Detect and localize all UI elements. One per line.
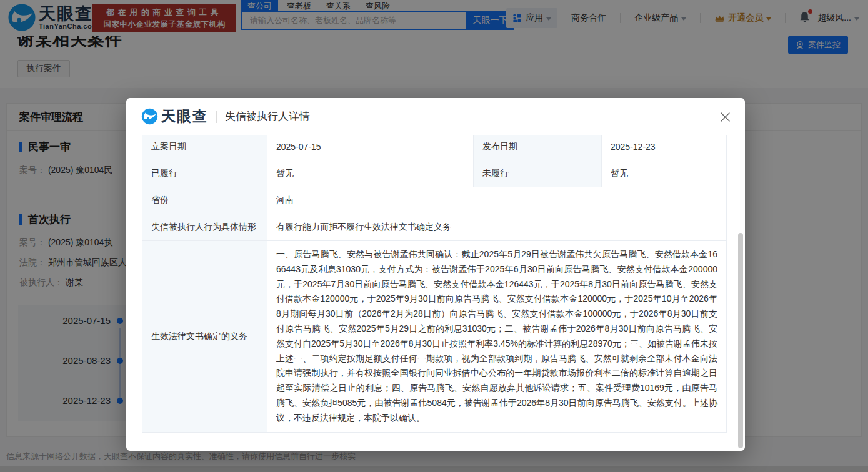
close-icon [721,112,730,122]
detail-table: 立案日期 2025-07-15 发布日期 2025-12-23 已履行 暂无 未… [142,135,727,433]
filing-date-label: 立案日期 [142,135,267,160]
modal-brand-logo: 天眼查 [141,107,208,126]
table-row: 失信被执行人行为具体情形 有履行能力而拒不履行生效法律文书确定义务 [142,214,727,241]
unperformed-label: 未履行 [474,160,602,187]
behavior-label: 失信被执行人行为具体情形 [142,214,267,241]
table-row: 生效法律文书确定的义务 一、原告马腾飞、安然与被告谢孟伟共同确认：截止2025年… [142,241,727,433]
tianyancha-logo-icon [141,108,158,125]
dishonest-executee-detail-modal: 天眼查 失信被执行人详情 立案日期 2025-07-15 发布日期 2025-1… [126,98,745,451]
province-label: 省份 [142,187,267,214]
obligation-value: 一、原告马腾飞、安然与被告谢孟伟共同确认：截止2025年5月29日被告谢孟伟共欠… [267,241,727,433]
unperformed-value: 暂无 [602,160,727,187]
table-row: 立案日期 2025-07-15 发布日期 2025-12-23 [142,135,727,160]
table-row: 省份 河南 [142,187,727,214]
behavior-value: 有履行能力而拒不履行生效法律文书确定义务 [267,214,727,241]
modal-brand-name: 天眼查 [161,107,208,126]
page: 天眼查 TianYanCha.com 都在用的商业查询工具 国家中小企业发展子基… [0,0,868,472]
scrollbar-thumb[interactable] [738,233,743,448]
filing-date-value: 2025-07-15 [267,135,474,160]
performed-value: 暂无 [267,160,474,187]
modal-header: 天眼查 失信被执行人详情 [126,98,745,135]
modal-body: 立案日期 2025-07-15 发布日期 2025-12-23 已履行 暂无 未… [126,135,745,450]
publish-date-value: 2025-12-23 [602,135,727,160]
modal-title: 失信被执行人详情 [225,109,310,124]
performed-label: 已履行 [142,160,267,187]
province-value: 河南 [267,187,727,214]
obligation-label: 生效法律文书确定的义务 [142,241,267,433]
close-button[interactable] [717,109,732,124]
divider [216,111,217,123]
table-row: 已履行 暂无 未履行 暂无 [142,160,727,187]
publish-date-label: 发布日期 [474,135,602,160]
